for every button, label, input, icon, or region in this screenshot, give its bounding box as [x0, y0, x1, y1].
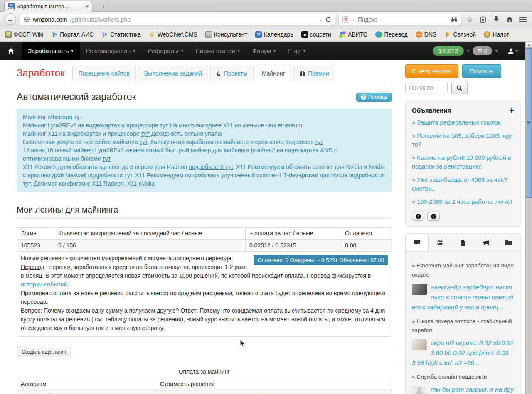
text-span: Майнинг ethereum	[23, 114, 74, 120]
nav-menu-item[interactable]: Рефералы ▾	[141, 42, 190, 60]
search-engine-dropdown-icon[interactable]: ⌄	[352, 17, 355, 22]
announcement-link[interactable]: » Пополни на 10$, забери 100$. кру-то?	[412, 132, 514, 149]
announcement-link[interactable]: » Уже зашибаешь от 400$ за час? смотри..	[412, 176, 514, 193]
table-cell: X11 подробности тут	[17, 390, 156, 394]
section-tab[interactable]: Премии	[293, 66, 335, 81]
mail-badge[interactable]: ✉ 0	[473, 46, 492, 55]
chevron-down-icon: ▾	[133, 49, 135, 53]
feed-tab-news[interactable]	[475, 234, 498, 251]
feed-topic-link[interactable]: » Школа покера wmzona - стабильный зараб…	[412, 317, 514, 335]
bookmarks-menu-icon[interactable]	[478, 16, 488, 23]
alert-line: Майнинг ethereum тут	[23, 113, 386, 121]
section-tab[interactable]: Майнинг	[256, 66, 291, 81]
feed-tab-files[interactable]	[498, 234, 520, 251]
feed-message-link[interactable]: александр гордейчук: насколько в стате п…	[412, 284, 513, 311]
bookmark-item[interactable]: }> Статистика	[101, 31, 141, 38]
home-icon[interactable]	[505, 16, 515, 22]
bookmark-item[interactable]: }> Портал АИС	[51, 31, 94, 38]
binoculars-icon[interactable]	[451, 17, 458, 22]
create-login-button[interactable]: Создать ещё логин	[17, 347, 71, 357]
announcement-link[interactable]: » Казино на рубли! 10 000 рублей в подар…	[412, 154, 514, 171]
bookmark-favicon-icon: }>	[101, 31, 108, 38]
url-bar[interactable]: wmzona.com /gptr/avtoz/workers.php ⌄	[20, 14, 335, 25]
fire-icon	[217, 71, 221, 76]
mail-count: 0	[484, 48, 487, 54]
section-tab[interactable]: Выполнение заданий	[138, 66, 208, 81]
column-header: ~ оплата за час / новые	[246, 228, 341, 240]
bookmark-favicon-icon: 23	[255, 31, 262, 38]
bookmark-item[interactable]: Налог	[484, 31, 509, 38]
search-bar[interactable]: Я ⌄	[339, 14, 461, 25]
chevron-down-icon: ▾	[238, 49, 240, 53]
user-icon	[507, 48, 514, 54]
scroll-down-button[interactable]: ↓	[427, 212, 440, 221]
reload-icon[interactable]	[325, 17, 331, 22]
nav-menu-item[interactable]: Биржа статей ▾	[190, 42, 246, 60]
sidebar-help-button[interactable]: Помощь	[462, 64, 501, 78]
announcement-link[interactable]: » Защита реферальных ссылок	[412, 118, 514, 127]
feed-topic-link[interactable]: » Ethereum майнинг заработок на видеокар…	[412, 261, 514, 279]
url-dropdown-icon[interactable]: ⌄	[319, 17, 323, 22]
help-button[interactable]: ? Помощь	[356, 93, 392, 102]
balance-badge[interactable]: $ 0.013	[433, 46, 464, 56]
downloads-icon[interactable]	[491, 16, 501, 22]
explanation-paragraph: Перевод - перевод заработанных средств н…	[21, 263, 388, 289]
getting-started-button[interactable]: С чего начать	[405, 64, 458, 78]
scrollbar-up-arrow[interactable]: ▲	[526, 42, 532, 48]
main-column: Заработок Посещение сайтов Выполнение за…	[17, 64, 392, 394]
back-button[interactable]: ←	[4, 13, 16, 25]
feed-tab-comments[interactable]	[406, 234, 429, 251]
mail-dropdown-icon[interactable]: ▾	[495, 49, 498, 53]
text-span: тут	[141, 130, 149, 137]
table-header-row: ЛогинКоличество микрорешений за последни…	[17, 228, 392, 240]
bookmark-item[interactable]: АВИТО	[339, 31, 368, 38]
inline-link[interactable]: истории событий	[21, 281, 67, 288]
bookmark-item[interactable]: DNS DNS	[416, 31, 437, 38]
bookmark-item[interactable]: Консультант	[205, 31, 247, 38]
bookmark-item[interactable]: 23 Календарь	[255, 31, 293, 38]
nav-menu-item[interactable]: Зарабатывать ▾	[22, 42, 80, 60]
feed-topic-link[interactable]: » Служба онлайн поддержки	[412, 372, 514, 382]
chat-icon	[414, 240, 421, 245]
feed-message-link[interactable]: ты бы рот закрыл. я на других сайтах зар…	[412, 386, 514, 394]
scroll-up-button[interactable]: ↑	[412, 212, 424, 221]
feed-message-link[interactable]: игра nl2 игроки: 8.32 sb:0.01 3.60 bb:0.…	[412, 339, 514, 366]
globe-icon	[437, 240, 443, 246]
nav-menu-item[interactable]: Форум ▾	[246, 42, 282, 60]
feed-tab-web[interactable]	[429, 234, 451, 251]
bookmark-item[interactable]: ♛ WebChief.CMS	[149, 31, 197, 38]
browser-search-input[interactable]	[357, 16, 448, 23]
bookmark-item[interactable]: Перевод	[375, 31, 407, 38]
section-tab[interactable]: Проекты	[210, 66, 254, 81]
text-span: Майнинг X11 на видеокартах и процессоре	[23, 130, 141, 137]
bookmark-label: Календарь	[264, 31, 293, 38]
feed-tab-articles[interactable]	[451, 234, 474, 251]
avatar	[412, 386, 427, 394]
feed-item: » Школа покера wmzona - стабильный зараб…	[412, 317, 514, 335]
bookmark-star-icon[interactable]: ☆	[465, 15, 475, 24]
new-tab-button[interactable]: +	[98, 2, 109, 11]
table-cell: 0.00	[341, 240, 392, 252]
user-menu[interactable]: ▾	[507, 48, 518, 54]
tab-close-icon[interactable]: ×	[85, 3, 89, 10]
balance-dropdown-icon[interactable]: ▾	[467, 49, 469, 53]
bookmark-item[interactable]: ФССП Wiki	[5, 31, 43, 38]
site-search-input[interactable]	[405, 82, 448, 93]
nav-menu-item[interactable]: Ещё ▾	[282, 42, 312, 60]
section-tab[interactable]: Посещение сайтов	[72, 66, 136, 81]
site-home-icon[interactable]	[0, 42, 22, 60]
bookmark-item[interactable]: m соцсети	[301, 31, 331, 38]
alert-line: Майнинг X11 на видеокартах и процессоре …	[23, 130, 386, 138]
scrollbar-thumb[interactable]	[526, 48, 532, 198]
browser-tab-bar: WM ZONA Заработок в Интер... × +	[0, 0, 532, 12]
browser-tab[interactable]: WM ZONA Заработок в Интер... ×	[4, 1, 92, 12]
announcement-link[interactable]: » 100-200$ за 2 часа работы. легко!	[412, 198, 514, 206]
page-scrollbar[interactable]: ▲	[525, 42, 532, 394]
site-search-button[interactable]	[451, 82, 468, 94]
nav-menu-item[interactable]: Рекламодатель ▾	[80, 42, 142, 60]
text-span: Доходность сильно упала!	[149, 130, 222, 137]
arrow-up-icon: ↑	[416, 214, 421, 219]
bookmark-item[interactable]: Связной	[444, 31, 476, 38]
add-announcement-button[interactable]: +	[509, 108, 514, 113]
divider	[17, 218, 392, 219]
